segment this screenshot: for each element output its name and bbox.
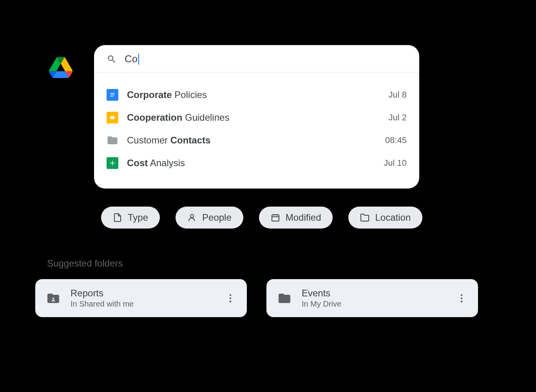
svg-point-16 bbox=[461, 300, 463, 302]
svg-rect-2 bbox=[110, 96, 114, 97]
slides-icon bbox=[107, 112, 118, 123]
result-name: Customer Contacts bbox=[127, 135, 385, 146]
svg-point-15 bbox=[461, 297, 463, 299]
shared-folder-icon bbox=[46, 291, 60, 305]
folder-card[interactable]: Events In My Drive bbox=[266, 279, 478, 317]
search-panel: Co Corporate Policies Jul 8 Cooperation … bbox=[94, 45, 419, 189]
svg-point-14 bbox=[461, 294, 463, 296]
search-result-item[interactable]: Corporate Policies Jul 8 bbox=[107, 83, 407, 106]
folder-card-text: Events In My Drive bbox=[302, 288, 456, 309]
suggested-folders-heading: Suggested folders bbox=[47, 258, 123, 269]
filter-label: Type bbox=[128, 212, 148, 223]
calendar-icon bbox=[271, 213, 280, 222]
filter-label: People bbox=[202, 212, 232, 223]
drive-logo-icon bbox=[49, 57, 72, 78]
result-name: Cooperation Guidelines bbox=[127, 112, 389, 123]
result-name: Cost Analysis bbox=[127, 158, 384, 169]
text-cursor bbox=[138, 54, 139, 65]
search-result-item[interactable]: Cost Analysis Jul 10 bbox=[107, 152, 407, 174]
folder-outline-icon bbox=[360, 213, 369, 222]
file-icon bbox=[113, 213, 122, 222]
folder-subtitle: In My Drive bbox=[302, 299, 456, 309]
person-icon bbox=[187, 213, 197, 222]
sheets-icon bbox=[107, 157, 118, 169]
folder-icon bbox=[107, 134, 118, 146]
result-date: Jul 2 bbox=[389, 113, 407, 123]
folder-title: Events bbox=[302, 288, 456, 299]
result-name: Corporate Policies bbox=[127, 89, 389, 100]
docs-icon bbox=[107, 89, 118, 101]
svg-rect-0 bbox=[110, 93, 115, 94]
filter-chip-people[interactable]: People bbox=[176, 207, 243, 229]
svg-rect-1 bbox=[110, 94, 115, 95]
filter-label: Location bbox=[375, 212, 411, 223]
folder-card-text: Reports In Shared with me bbox=[71, 288, 225, 309]
filter-chip-type[interactable]: Type bbox=[101, 207, 160, 229]
filter-chip-location[interactable]: Location bbox=[348, 207, 422, 229]
folder-icon bbox=[277, 291, 292, 305]
search-icon bbox=[107, 54, 117, 64]
filter-chips-row: Type People Modified Location bbox=[101, 207, 422, 229]
filter-chip-modified[interactable]: Modified bbox=[259, 207, 333, 229]
search-result-item[interactable]: Cooperation Guidelines Jul 2 bbox=[107, 106, 407, 129]
more-options-icon[interactable] bbox=[456, 293, 467, 304]
folder-title: Reports bbox=[71, 288, 225, 299]
search-bar[interactable]: Co bbox=[94, 45, 419, 73]
svg-point-13 bbox=[230, 300, 232, 302]
svg-point-6 bbox=[190, 214, 194, 218]
svg-rect-3 bbox=[110, 116, 115, 119]
result-date: 08:45 bbox=[385, 135, 407, 145]
svg-rect-7 bbox=[272, 215, 279, 221]
folder-card[interactable]: Reports In Shared with me bbox=[35, 279, 247, 317]
result-date: Jul 10 bbox=[384, 158, 407, 168]
suggested-folders-row: Reports In Shared with me Events In My D… bbox=[35, 279, 478, 317]
svg-point-11 bbox=[230, 294, 232, 296]
search-input[interactable]: Co bbox=[125, 53, 139, 65]
result-date: Jul 8 bbox=[389, 90, 407, 100]
filter-label: Modified bbox=[286, 212, 321, 223]
folder-subtitle: In Shared with me bbox=[71, 299, 225, 309]
more-options-icon[interactable] bbox=[225, 293, 236, 304]
svg-point-12 bbox=[230, 297, 232, 299]
search-result-item[interactable]: Customer Contacts 08:45 bbox=[107, 129, 407, 152]
search-results: Corporate Policies Jul 8 Cooperation Gui… bbox=[94, 73, 419, 189]
